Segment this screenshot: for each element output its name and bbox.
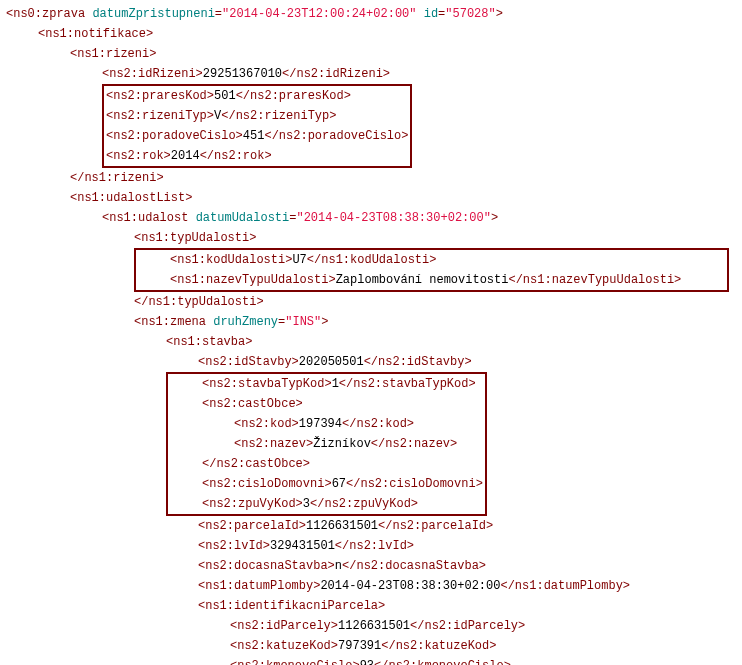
xml-line: <ns2:nazev>Žizníkov</ns2:nazev> [170,434,483,454]
xml-document: { "l1": { "t1": "<ns0:zprava ", "an1": "… [0,0,742,665]
xml-line: <ns1:notifikace> [6,24,736,44]
xml-line: <ns1:stavba> [6,332,736,352]
xml-line: <ns2:lvId>329431501</ns2:lvId> [6,536,736,556]
xml-line: <ns2:rizeniTyp>V</ns2:rizeniTyp> [106,106,408,126]
xml-line: <ns2:zpuVyKod>3</ns2:zpuVyKod> [170,494,483,514]
xml-line: <ns2:idRizeni>29251367010</ns2:idRizeni> [6,64,736,84]
xml-line: <ns2:stavbaTypKod>1</ns2:stavbaTypKod> [170,374,483,394]
xml-line: <ns1:rizeni> [6,44,736,64]
xml-line: </ns1:rizeni> [6,168,736,188]
xml-line: <ns1:udalostList> [6,188,736,208]
xml-line: <ns2:docasnaStavba>n</ns2:docasnaStavba> [6,556,736,576]
xml-line: <ns0:zprava datumZpristupneni="2014-04-2… [6,4,736,24]
xml-line: <ns1:kodUdalosti>U7</ns1:kodUdalosti> [138,250,725,270]
xml-line: <ns2:poradoveCislo>451</ns2:poradoveCisl… [106,126,408,146]
xml-line: <ns2:praresKod>501</ns2:praresKod> [106,86,408,106]
xml-line: <ns1:identifikacniParcela> [6,596,736,616]
xml-line: <ns1:zmena druhZmeny="INS"> [6,312,736,332]
xml-line: <ns2:idParcely>1126631501</ns2:idParcely… [6,616,736,636]
xml-line: <ns2:katuzeKod>797391</ns2:katuzeKod> [6,636,736,656]
xml-line: <ns1:udalost datumUdalosti="2014-04-23T0… [6,208,736,228]
xml-line: <ns2:cisloDomovni>67</ns2:cisloDomovni> [170,474,483,494]
highlight-box-rizeni: <ns2:praresKod>501</ns2:praresKod> <ns2:… [102,84,736,168]
highlight-box-stavba: <ns2:stavbaTypKod>1</ns2:stavbaTypKod> <… [166,372,736,516]
xml-line: <ns2:rok>2014</ns2:rok> [106,146,408,166]
xml-line: <ns2:idStavby>202050501</ns2:idStavby> [6,352,736,372]
xml-line: <ns1:nazevTypuUdalosti>Zaplombování nemo… [138,270,725,290]
highlight-box-typudalosti: <ns1:kodUdalosti>U7</ns1:kodUdalosti> <n… [134,248,736,292]
xml-line: </ns1:typUdalosti> [6,292,736,312]
xml-line: <ns1:typUdalosti> [6,228,736,248]
xml-line: </ns2:castObce> [170,454,483,474]
xml-line: <ns2:kod>197394</ns2:kod> [170,414,483,434]
xml-line: <ns2:castObce> [170,394,483,414]
xml-line: <ns2:parcelaId>1126631501</ns2:parcelaId… [6,516,736,536]
xml-line: <ns2:kmenoveCislo>93</ns2:kmenoveCislo> [6,656,736,665]
xml-line: <ns1:datumPlomby>2014-04-23T08:38:30+02:… [6,576,736,596]
